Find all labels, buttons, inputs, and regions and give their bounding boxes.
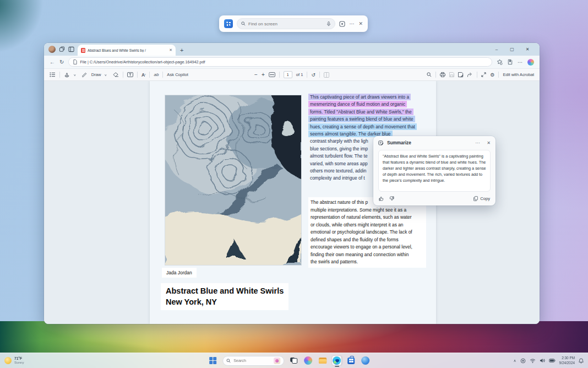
maximize-button[interactable]: ▢ bbox=[504, 43, 520, 56]
file-explorer-icon[interactable] bbox=[318, 356, 327, 365]
share-icon[interactable] bbox=[467, 72, 473, 77]
battery-icon[interactable] bbox=[549, 359, 556, 362]
blue-app-icon[interactable] bbox=[361, 356, 370, 365]
weather-condition: Sunny bbox=[14, 361, 24, 365]
task-view-button[interactable] bbox=[289, 356, 298, 365]
find-on-screen-search[interactable] bbox=[237, 18, 335, 29]
body-line: emotional or psychological landscape. Th… bbox=[311, 229, 424, 236]
refresh-icon[interactable]: ↻ bbox=[59, 59, 64, 65]
search-highlight-icon bbox=[274, 358, 280, 364]
tray-chevron-icon[interactable]: ∧ bbox=[513, 359, 516, 363]
divider bbox=[307, 72, 307, 78]
highlighted-line: almost turbulent flow. The te bbox=[308, 153, 369, 159]
summary-text: "Abstract Blue and White Swirls" is a ca… bbox=[378, 150, 491, 192]
divider bbox=[137, 72, 138, 78]
overlay-close-icon[interactable]: ✕ bbox=[358, 21, 363, 26]
page-view-icon[interactable] bbox=[324, 72, 329, 78]
body-line: finding their own meaning and connection… bbox=[311, 251, 424, 259]
edge-taskbar-icon[interactable] bbox=[332, 356, 341, 365]
fullscreen-icon[interactable] bbox=[481, 72, 486, 77]
minimize-button[interactable]: – bbox=[489, 43, 504, 56]
rotate-icon[interactable]: ↺ bbox=[311, 72, 315, 78]
start-button[interactable] bbox=[208, 356, 217, 365]
visual-search-app-icon[interactable] bbox=[224, 19, 233, 28]
print-icon[interactable] bbox=[440, 72, 445, 77]
draw-dropdown-icon[interactable]: ∨ bbox=[105, 73, 107, 77]
taskbar-search[interactable] bbox=[222, 356, 284, 366]
body-line: or clouds, while others might interpret … bbox=[311, 221, 424, 229]
collections-icon[interactable] bbox=[507, 59, 513, 65]
body-line: multiple interpretations. Some might see… bbox=[311, 207, 424, 214]
highlighter-icon[interactable] bbox=[64, 72, 70, 78]
add-text-icon[interactable] bbox=[127, 72, 133, 77]
save-as-icon[interactable] bbox=[458, 72, 464, 78]
browser-tab-active[interactable]: Abstract Blues and White Swirls by / ✕ bbox=[78, 45, 176, 56]
url-bar[interactable]: File | C:/Users/Onedrive/Arthistorycolle… bbox=[68, 57, 492, 67]
workspaces-icon[interactable] bbox=[59, 46, 66, 53]
body-line: defined shapes and the fluidity of the f… bbox=[311, 236, 424, 244]
back-icon[interactable]: ← bbox=[50, 59, 55, 65]
overlay-more-icon[interactable]: ⋯ bbox=[349, 21, 355, 26]
microsoft-store-icon[interactable] bbox=[346, 356, 356, 365]
edit-with-acrobat-button[interactable]: Edit with Acrobat bbox=[503, 72, 534, 77]
sun-icon bbox=[4, 357, 12, 364]
artwork-image bbox=[165, 95, 301, 265]
page-count-label: of 1 bbox=[296, 72, 303, 77]
tab-actions-icon[interactable] bbox=[68, 46, 75, 53]
window-controls: – ▢ ✕ bbox=[489, 43, 535, 56]
thumbs-down-icon[interactable] bbox=[389, 196, 394, 201]
tray-copilot-icon[interactable] bbox=[520, 358, 526, 364]
popup-close-icon[interactable]: ✕ bbox=[487, 140, 491, 145]
notification-bell-icon[interactable] bbox=[579, 358, 584, 364]
draw-pen-icon[interactable] bbox=[82, 72, 88, 78]
artwork-title-block: Abstract Blue and White Swirls New York,… bbox=[161, 283, 288, 310]
read-aloud-icon[interactable]: A⁾ bbox=[141, 72, 145, 78]
close-button[interactable]: ✕ bbox=[520, 43, 535, 56]
save-icon[interactable] bbox=[449, 72, 454, 77]
new-tab-button[interactable]: + bbox=[180, 47, 183, 53]
page-number-input[interactable] bbox=[284, 71, 292, 78]
browser-window: Abstract Blues and White Swirls by / ✕ +… bbox=[44, 43, 540, 324]
highlighted-line: mesmerizing dance of fluid motion and or… bbox=[308, 101, 407, 107]
tab-close-icon[interactable]: ✕ bbox=[169, 48, 172, 52]
weather-widget[interactable]: 71°F Sunny bbox=[4, 353, 24, 368]
address-bar-row: ← ↻ File | C:/Users/Onedrive/Arthistoryc… bbox=[44, 56, 540, 69]
highlighter-dropdown-icon[interactable]: ∨ bbox=[73, 73, 76, 77]
zoom-in-icon[interactable]: + bbox=[262, 72, 265, 78]
pdf-file-icon bbox=[81, 48, 85, 53]
table-of-contents-icon[interactable] bbox=[50, 72, 56, 77]
profile-avatar[interactable] bbox=[48, 46, 56, 53]
browser-more-icon[interactable]: ⋯ bbox=[518, 59, 523, 65]
wifi-icon[interactable] bbox=[530, 359, 536, 363]
copilot-taskbar-icon[interactable] bbox=[303, 356, 313, 365]
eraser-icon[interactable] bbox=[113, 72, 119, 77]
clock-date: 9/24/2024 bbox=[559, 361, 575, 366]
body-line: encourage viewers to engage on a persona… bbox=[311, 243, 424, 251]
zoom-out-icon[interactable]: − bbox=[254, 72, 258, 78]
thumbs-up-icon[interactable] bbox=[379, 196, 384, 201]
volume-icon[interactable] bbox=[540, 358, 545, 363]
text-tools-icon[interactable]: ab bbox=[154, 72, 159, 77]
ask-copilot-button[interactable]: Ask Copilot bbox=[167, 72, 188, 77]
artwork-title: Abstract Blue and White Swirls bbox=[166, 286, 284, 297]
favorites-settings-icon[interactable] bbox=[497, 59, 503, 65]
find-on-screen-input[interactable] bbox=[248, 21, 324, 26]
summarize-icon bbox=[378, 140, 384, 146]
highlighted-line: contrast sharply with the ligh bbox=[308, 138, 370, 144]
microphone-icon[interactable] bbox=[326, 21, 331, 26]
copy-button[interactable]: Copy bbox=[473, 196, 490, 201]
pdf-search-icon[interactable] bbox=[427, 72, 432, 77]
url-text: File | C:/Users/Onedrive/Arthistorycolle… bbox=[80, 59, 205, 64]
pdf-toolbar: ∨ Draw ∨ A⁾ ab Ask Copilot − + bbox=[44, 69, 540, 81]
fit-to-width-icon[interactable] bbox=[269, 72, 275, 77]
taskbar-search-input[interactable] bbox=[233, 358, 271, 363]
taskbar-clock[interactable]: 2:30 PM 9/24/2024 bbox=[559, 356, 575, 365]
settings-gear-icon[interactable]: ⚙ bbox=[490, 72, 494, 78]
search-icon bbox=[241, 21, 246, 26]
copilot-icon[interactable] bbox=[527, 59, 534, 66]
draw-label[interactable]: Draw bbox=[91, 72, 101, 77]
pdf-toolbar-right: ⚙ Edit with Acrobat bbox=[427, 69, 534, 80]
divider bbox=[319, 72, 320, 78]
copilot-outline-icon[interactable] bbox=[339, 21, 345, 27]
popup-more-icon[interactable]: ⋯ bbox=[475, 140, 480, 145]
